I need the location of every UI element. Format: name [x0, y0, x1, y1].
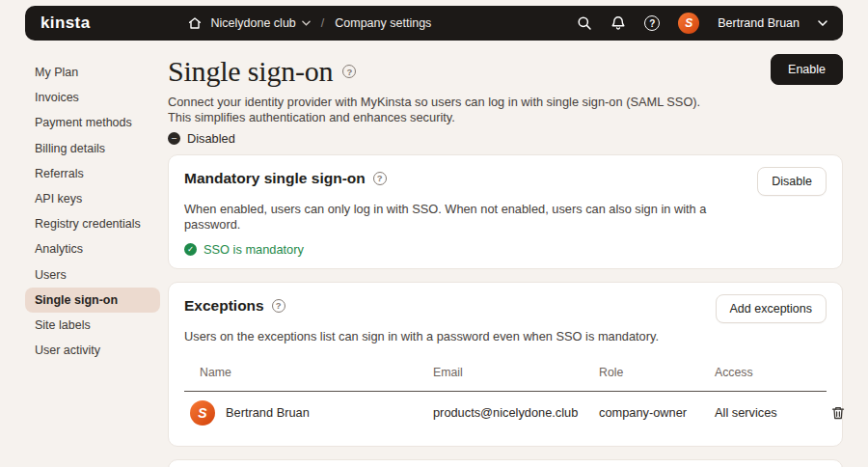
enable-sso-button[interactable]: Enable: [771, 54, 843, 85]
breadcrumb-company: Nicelydone club: [211, 16, 296, 30]
search-icon[interactable]: [577, 15, 592, 31]
row-user-avatar: S: [190, 400, 215, 426]
column-header-email: Email: [433, 366, 599, 379]
breadcrumb-separator: /: [321, 16, 324, 30]
page-description: Connect your identity provider with MyKi…: [168, 95, 724, 126]
delete-exception-button[interactable]: [828, 403, 848, 423]
sidebar-item-billing-details[interactable]: Billing details: [25, 136, 160, 161]
top-bar: kinsta Nicelydone club / Company setting…: [25, 6, 843, 41]
exceptions-card: Exceptions ? Add exceptions Users on the…: [168, 282, 843, 447]
column-header-access: Access: [715, 366, 828, 379]
column-header-name: Name: [184, 366, 433, 379]
topbar-actions: ? S Bertrand Bruan: [577, 13, 827, 34]
sidebar-item-payment-methods[interactable]: Payment methods: [25, 110, 160, 135]
sidebar-item-referrals[interactable]: Referrals: [25, 161, 160, 186]
company-selector[interactable]: Nicelydone club: [211, 16, 311, 30]
mandatory-sso-info-icon[interactable]: ?: [373, 172, 387, 185]
kinsta-logo: kinsta: [41, 14, 91, 33]
exceptions-info-icon[interactable]: ?: [272, 299, 285, 313]
minus-circle-icon: –: [168, 132, 180, 145]
sidebar-item-users[interactable]: Users: [25, 262, 160, 288]
user-avatar[interactable]: S: [678, 13, 699, 34]
mandatory-sso-description: When enabled, users can only log in with…: [184, 202, 750, 234]
sidebar-item-user-activity[interactable]: User activity: [25, 338, 160, 363]
table-row: S Bertrand Bruan products@nicelydone.clu…: [184, 392, 827, 434]
sidebar-item-api-keys[interactable]: API keys: [25, 186, 160, 211]
sidebar-item-site-labels[interactable]: Site labels: [25, 313, 160, 338]
help-icon[interactable]: ?: [644, 15, 660, 31]
mandatory-sso-card: Mandatory single sign-on ? Disable When …: [168, 154, 843, 269]
sso-info-icon[interactable]: ?: [342, 65, 356, 78]
main-content: Single sign-on ? Enable Connect your ide…: [168, 46, 843, 467]
sidebar-item-my-plan[interactable]: My Plan: [25, 60, 160, 85]
page-title: Single sign-on: [168, 54, 333, 89]
exceptions-table-header: Name Email Role Access: [184, 358, 827, 392]
row-user-access: All services: [715, 405, 828, 420]
exceptions-table: Name Email Role Access S Bertrand Bruan …: [184, 358, 827, 434]
sso-status-badge: – Disabled: [168, 131, 843, 146]
disable-mandatory-sso-button[interactable]: Disable: [757, 167, 827, 196]
notifications-bell-icon[interactable]: [610, 15, 626, 31]
sidebar: My Plan Invoices Payment methods Billing…: [25, 60, 160, 363]
sso-status-label: Disabled: [187, 131, 235, 146]
exceptions-title: Exceptions: [184, 297, 264, 315]
sso-mandatory-status: ✓ SSO is mandatory: [184, 242, 827, 257]
exceptions-description: Users on the exceptions list can sign in…: [184, 329, 750, 344]
add-exceptions-button[interactable]: Add exceptions: [716, 294, 827, 323]
user-menu-chevron-icon[interactable]: [818, 20, 827, 26]
chevron-down-icon: [302, 20, 311, 26]
column-header-role: Role: [599, 366, 715, 379]
sidebar-item-registry-credentials[interactable]: Registry credentials: [25, 211, 160, 236]
jit-provisioning-card: Just-in-time provisioning ? Change defau…: [168, 459, 843, 467]
trash-icon: [830, 405, 846, 421]
breadcrumb: Nicelydone club / Company settings: [187, 15, 432, 31]
sidebar-item-invoices[interactable]: Invoices: [25, 85, 160, 110]
sso-mandatory-label: SSO is mandatory: [203, 242, 304, 257]
check-circle-icon: ✓: [184, 243, 197, 256]
home-icon[interactable]: [187, 15, 203, 31]
sidebar-item-single-sign-on[interactable]: Single sign-on: [25, 288, 160, 313]
row-user-name: Bertrand Bruan: [226, 405, 310, 420]
row-user-role: company-owner: [599, 405, 715, 420]
page-header: Single sign-on ? Enable: [168, 54, 843, 89]
row-user-email: products@nicelydone.club: [433, 405, 599, 420]
breadcrumb-page[interactable]: Company settings: [335, 16, 431, 30]
user-name: Bertrand Bruan: [718, 16, 800, 30]
sidebar-item-analytics[interactable]: Analytics: [25, 236, 160, 261]
mandatory-sso-title: Mandatory single sign-on: [184, 170, 366, 187]
